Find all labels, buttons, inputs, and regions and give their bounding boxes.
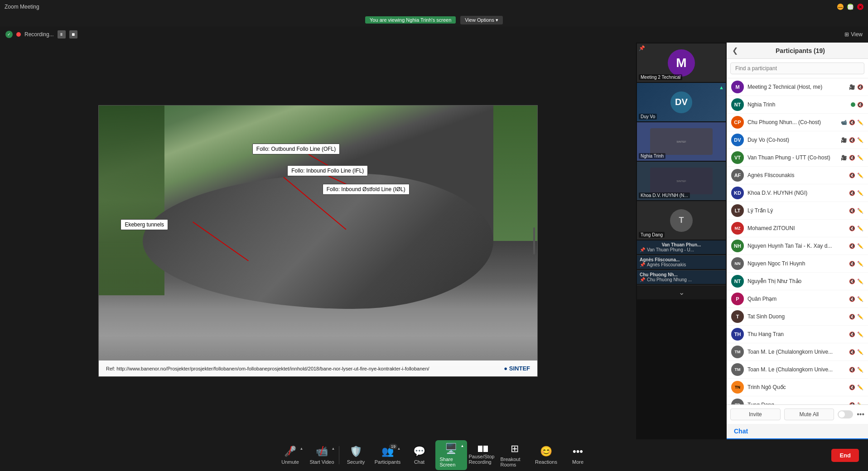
reactions-label: Reactions [535, 459, 557, 465]
list-item: NN Nguyen Ngoc Tri Huynh 🔇 ✏️ [727, 255, 868, 273]
avatar: NT [731, 98, 744, 111]
recording-stop-button[interactable]: ⏹ [69, 30, 77, 38]
edit-icon: ✏️ [857, 279, 863, 284]
van-thuan-sub: Van Thuan Phung - U... [647, 247, 694, 252]
participant-icons: 🔇 ✏️ [849, 314, 863, 320]
mic-muted-icon: 🔇 [849, 137, 855, 143]
van-thuan-sub-row: 📌 Van Thuan Phung - U... [640, 247, 723, 252]
participant-icons: 🔇 [851, 102, 863, 108]
edit-icon: ✏️ [857, 243, 863, 249]
avatar: TN [731, 381, 744, 394]
share-screen-button[interactable]: 🖥️ Share Screen ▲ [435, 440, 467, 470]
minimize-button[interactable]: — [837, 4, 844, 10]
participants-button[interactable]: 👥 19 Participants ▲ [372, 443, 404, 467]
tung-avatar: T [670, 209, 693, 232]
gallery-view-button[interactable]: ⊞ View [844, 31, 863, 38]
participant-name: Tat Sinh Duong [747, 313, 845, 320]
avatar-meeting2: M [668, 49, 695, 77]
security-button[interactable]: 🛡️ Security [340, 443, 372, 467]
screen-share-area: Ekeberg tunnels Follo: Outbound Follo Li… [0, 43, 636, 439]
list-item: NT Nguyễn Thị Như Thảo 🔇 ✏️ [727, 273, 868, 290]
start-video-label: Start Video [309, 459, 334, 465]
gallery-icon: ⊞ [844, 31, 849, 38]
video-panel-chevron[interactable]: ⌄ [637, 285, 726, 299]
avatar: AF [731, 169, 744, 182]
participants-list: M Meeting 2 Technical (Host, me) 🎥 🔇 NT … [727, 78, 868, 404]
participant-icons: 🔇 ✏️ [849, 243, 863, 249]
unmute-caret[interactable]: ▲ [300, 447, 304, 451]
sintef-logo: ● SINTEF [504, 365, 530, 372]
edit-icon: ✏️ [857, 155, 863, 161]
collapse-button[interactable]: ❮ [732, 46, 738, 55]
breakout-rooms-button[interactable]: ⊞ Breakout Rooms [499, 440, 530, 470]
participant-search-input[interactable] [730, 62, 864, 74]
list-item: TM Toan M. Le (Chulalongkorn Unive... 🔇 … [727, 343, 868, 361]
chevron-down-icon[interactable]: ⌄ [679, 288, 685, 297]
pause-record-button[interactable]: Pause/Stop Recording [467, 443, 499, 467]
security-label: Security [347, 459, 365, 465]
mic-muted-icon: 🔇 [849, 279, 855, 284]
start-video-button[interactable]: 📹 / Start Video ▲ [306, 443, 338, 467]
participant-icons: 🔇 ✏️ [849, 208, 863, 214]
recording-pause-button[interactable]: ⏸ [58, 30, 66, 38]
participant-name: Khoa D.V. HUYNH (NGI) [747, 190, 845, 196]
more-icon: ••• [573, 446, 583, 457]
pause-record-icons [478, 446, 488, 452]
mute-all-button[interactable]: Mute All [784, 409, 834, 420]
unmute-button[interactable]: 🎤 / Unmute ▲ [275, 443, 306, 467]
share-notify-bar: You are viewing Nghia Trinh's screen Vie… [0, 14, 868, 26]
greenery-right [493, 106, 537, 241]
scroll-indicator [533, 227, 535, 255]
video-icon: 🎥 [841, 137, 847, 143]
bottom-toolbar: 🎤 / Unmute ▲ 📹 / Start Video ▲ 🛡️ Securi… [0, 439, 868, 471]
chat-label: Chat [414, 459, 424, 465]
toggle-knob [839, 411, 845, 418]
participant-name: Toan M. Le (Chulalongkorn Unive... [747, 366, 845, 373]
title-bar: Zoom Meeting — ⬜ ✕ [0, 0, 868, 14]
network-icon-duyvo: ▲ [719, 85, 724, 90]
list-item: LT Lý Trần Lý 🔇 ✏️ [727, 202, 868, 220]
participant-name: Nguyễn Thị Như Thảo [747, 278, 845, 284]
participant-name: Nghia Trinh [747, 101, 847, 108]
end-button[interactable]: End [831, 449, 859, 462]
participants-footer: Invite Mute All ••• [727, 404, 868, 424]
more-button[interactable]: ••• More [562, 443, 594, 467]
view-options-button[interactable]: View Options ▾ [460, 16, 503, 24]
mic-icon: 🔇 [857, 84, 863, 90]
share-screen-label: Share Screen [440, 457, 463, 467]
share-badge: You are viewing Nghia Trinh's screen [365, 16, 456, 24]
list-item: MZ Mohamed ZITOUNI 🔇 ✏️ [727, 220, 868, 237]
participant-name-nghia: Nghia Trinh [639, 153, 665, 159]
window-controls: — ⬜ ✕ [837, 4, 863, 10]
mic-muted-icon: 🔇 [849, 314, 855, 320]
reactions-button[interactable]: 😊 Reactions [530, 443, 562, 467]
breakout-icon: ⊞ [511, 443, 519, 455]
close-button[interactable]: ✕ [857, 4, 863, 10]
avatar: DV [731, 134, 744, 146]
mic-icon: 🎤 / [284, 446, 296, 457]
maximize-button[interactable]: ⬜ [847, 4, 854, 10]
list-item: TN Trinh Ngô Quốc 🔇 ✏️ [727, 379, 868, 396]
video-tile-duyvo: DV Duy Vo ▲ [637, 83, 726, 121]
edit-icon: ✏️ [857, 367, 863, 373]
chat-tab[interactable]: Chat [727, 424, 868, 439]
more-options-button[interactable]: ••• [857, 410, 864, 418]
mic-muted-icon: 🔇 [849, 120, 855, 125]
participants-caret[interactable]: ▲ [397, 447, 401, 451]
van-thuan-group-label: Van Thuan Phun... 📌 Van Thuan Phung - U.… [637, 240, 726, 254]
participant-name: Chu Phuong Nhun... (Co-host) [747, 119, 837, 125]
video-icon: 🎥 [849, 84, 855, 90]
mic-muted-icon: 🔇 [849, 384, 855, 390]
video-caret[interactable]: ▲ [332, 447, 335, 451]
participant-name: Van Thuan Phung - UTT (Co-host) [747, 154, 837, 161]
chat-button[interactable]: 💬 Chat [404, 443, 435, 467]
agnes-group-name: Agnès Fliscouna... [640, 257, 723, 262]
view-label: View [851, 31, 863, 38]
annotation-ifl: Follo: Inbound Follo Line (IFL) [287, 165, 368, 176]
invite-button[interactable]: Invite [730, 409, 781, 420]
share-caret[interactable]: ▲ [461, 444, 464, 448]
recording-bar: ✓ Recording... ⏸ ⏹ ⊞ View [0, 26, 868, 43]
list-item: KD Khoa D.V. HUYNH (NGI) 🔇 ✏️ [727, 184, 868, 202]
toggle-switch[interactable] [838, 410, 853, 418]
shield-icon: ✓ [5, 31, 13, 38]
